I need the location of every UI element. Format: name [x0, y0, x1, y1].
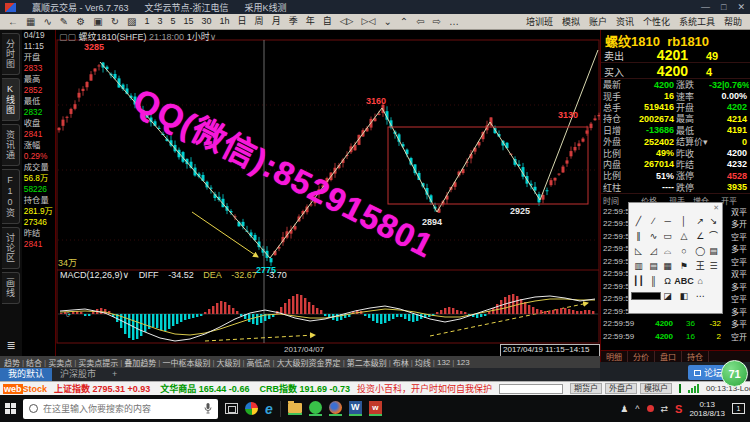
chart-header-icons[interactable]: ▢▢ [59, 32, 76, 42]
menu-item-1[interactable]: 模拟 [562, 15, 580, 28]
maximize-button[interactable]: □ [721, 2, 726, 12]
draw-tool-0-0[interactable]: ╱ [636, 216, 641, 226]
taskbar-search[interactable] [23, 399, 218, 419]
tick-row-10[interactable]: 22:59:594200162空开 [601, 330, 750, 343]
bid-price[interactable]: 4200 [630, 63, 688, 79]
sogou-icon[interactable]: S [675, 403, 682, 415]
draw-tool-2-1[interactable]: ◿ [650, 246, 657, 256]
indicator-item-0[interactable]: 趋势 [4, 357, 20, 368]
period-button-自[interactable]: 自 [319, 14, 336, 29]
start-button[interactable] [5, 403, 16, 414]
draw-tool-1-3[interactable]: △ [680, 231, 687, 241]
sidebar-tab-1[interactable]: K线图 [2, 78, 20, 121]
tick-row-9[interactable]: 22:59:59420036-32多平 [601, 317, 750, 330]
toolbar-icon-2[interactable]: ∿ [39, 14, 55, 29]
edge-browser-icon[interactable]: e [265, 402, 273, 416]
ask-row[interactable]: 卖出 4201 49 [601, 47, 750, 63]
toolbar-nav-icon-0[interactable]: ⌄ [379, 14, 395, 29]
menu-item-6[interactable]: 帮助 [724, 15, 742, 28]
period-button-5[interactable]: 5 [167, 14, 180, 29]
indicator-item-12[interactable]: 132 [437, 358, 450, 367]
firefox-icon[interactable] [329, 401, 342, 416]
indicator-item-5[interactable]: 一中枢本级别 [162, 357, 210, 368]
indicator-item-6[interactable]: 大级别 [216, 357, 240, 368]
menu-item-3[interactable]: 资讯 [616, 15, 634, 28]
draw-tool-2-3[interactable]: ○ [681, 246, 686, 256]
period-button-月[interactable]: 月 [268, 14, 285, 29]
tray-expand-icon[interactable]: ^ [635, 404, 639, 414]
indicator-item-2[interactable]: 买卖点 [48, 357, 72, 368]
account-button-2[interactable]: 模拟户 [640, 383, 672, 394]
tray-sync-icon[interactable]: ⇄ [661, 404, 669, 414]
quote-tab-明细[interactable]: 明细 [601, 351, 628, 362]
hamburger-menu-icon[interactable]: ≣ [6, 339, 15, 352]
indicator-item-4[interactable]: 叠加趋势 [124, 357, 156, 368]
draw-tool-5-3[interactable]: ⋯ [696, 291, 705, 301]
draw-tool-3-1[interactable]: ▤ [649, 261, 658, 271]
chart-area[interactable]: ▢▢ 螺纹1810(SHFE) 21:18:00 1小时∨ 3285316031… [56, 30, 600, 356]
toolbar-icon-1[interactable]: ▦ [22, 14, 39, 29]
workspace-tab-1[interactable]: 沪深股市 [52, 368, 104, 381]
draw-tool-2-4[interactable]: ◯ [695, 246, 705, 256]
draw-tool-1-0[interactable]: ∥ [636, 231, 641, 241]
period-button-3[interactable]: 3 [154, 14, 167, 29]
draw-tool-3-2[interactable]: ▦ [663, 261, 672, 271]
period-button-年[interactable]: 年 [302, 14, 319, 29]
indicator-item-11[interactable]: 均线 [415, 357, 431, 368]
indicator-item-1[interactable]: 结合 [26, 357, 42, 368]
wenhua-app-icon[interactable]: w [369, 401, 382, 416]
microphone-icon[interactable] [204, 403, 212, 414]
draw-tool-0-2[interactable]: ─ [664, 216, 670, 226]
period-button-▷◁[interactable]: ▷◁ [358, 14, 380, 29]
toolbar-icon-0[interactable]: ← [4, 14, 22, 29]
draw-tool-3-5[interactable]: ☰ [709, 261, 717, 271]
minimize-button[interactable]: — [701, 2, 710, 12]
indicator-item-3[interactable]: 买卖点提示 [78, 357, 118, 368]
toolbar-nav-icon-4[interactable]: … [445, 14, 463, 29]
drawing-tools-panel[interactable]: ✕ ╱∕─│↗↘∥∿▭△∠⌒◺◿⌓○◯▤▥▤▦⚑王☰┃┃║ΩABC⌂◪◧⋯ [628, 202, 723, 314]
workspace-tab-2[interactable]: + [104, 368, 125, 381]
indicator-item-13[interactable]: 123 [456, 358, 469, 367]
period-button-1[interactable]: 1 [141, 14, 154, 29]
toolbar-nav-icon-3[interactable]: ⇨ [429, 14, 445, 29]
file-explorer-icon[interactable] [288, 403, 302, 415]
word-icon[interactable]: W [349, 401, 362, 416]
draw-tool-3-4[interactable]: 王 [696, 261, 705, 271]
action-center-icon[interactable]: 1 [732, 403, 745, 414]
search-input[interactable] [43, 404, 199, 414]
green-app-icon[interactable] [309, 401, 322, 416]
draw-tool-0-5[interactable]: ↘ [710, 216, 718, 226]
draw-tool-1-5[interactable]: ⌒ [709, 231, 718, 241]
draw-tool-2-0[interactable]: ◺ [635, 246, 642, 256]
period-button-30[interactable]: 30 [198, 14, 216, 29]
toolbar-icon-5[interactable]: ▣ [89, 14, 106, 29]
sidebar-tab-3[interactable]: F10资 [2, 169, 20, 224]
close-icon[interactable]: ✕ [713, 204, 719, 212]
pinwheel-app-icon[interactable] [245, 402, 258, 415]
draw-tool-4-4[interactable]: ⌂ [698, 276, 703, 286]
toolbar-icon-3[interactable]: ✎ [56, 14, 72, 29]
quote-tab-持仓[interactable]: 持仓 [682, 351, 709, 362]
quick-search-input[interactable] [499, 384, 563, 394]
tray-red-icon[interactable] [647, 405, 654, 412]
toolbar-icon-4[interactable]: ⚙ [72, 14, 89, 29]
taskbar-clock[interactable]: 0:13 2018/8/13 [689, 400, 725, 418]
toolbar-icon-6[interactable]: ↻ [107, 14, 123, 29]
chevron-down-icon[interactable]: ∨ [210, 32, 217, 42]
indicator-item-9[interactable]: 第二本级别 [347, 357, 387, 368]
draw-tool-4-1[interactable]: ║ [650, 276, 656, 286]
menu-item-2[interactable]: 账户 [589, 15, 607, 28]
macd-params-label[interactable]: MACD(12,26,9)∨ [60, 270, 129, 280]
draw-tool-3-3[interactable]: ⚑ [680, 261, 688, 271]
draw-tool-5-2[interactable]: ◧ [680, 291, 689, 301]
draw-tool-0-1[interactable]: ∕ [653, 216, 655, 226]
period-button-15[interactable]: 15 [180, 14, 198, 29]
task-view-icon[interactable] [225, 403, 238, 414]
qq-message-bubble[interactable]: 71 [721, 360, 748, 387]
indicator-item-8[interactable]: 大大级别资金界定 [277, 357, 341, 368]
draw-tool-0-4[interactable]: ↗ [696, 216, 704, 226]
menu-item-4[interactable]: 个性化 [643, 15, 670, 28]
period-button-日[interactable]: 日 [234, 14, 251, 29]
draw-tool-3-0[interactable]: ▥ [634, 261, 643, 271]
sidebar-tab-4[interactable]: 讨论区 [2, 227, 20, 269]
